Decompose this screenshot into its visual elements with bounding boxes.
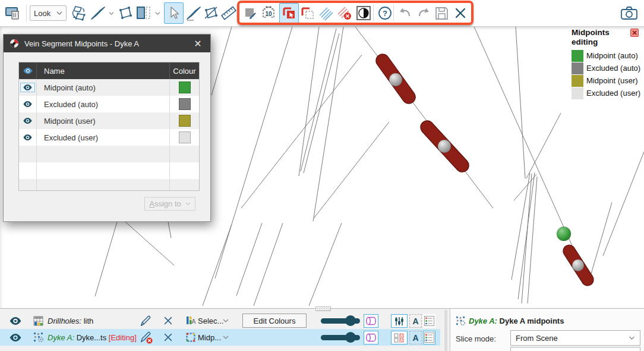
opacity-slider-knob[interactable] <box>345 315 356 326</box>
row-name: Midpoint (auto) <box>37 79 169 96</box>
remove-similar-button[interactable] <box>336 4 353 22</box>
drillhole-trace-line <box>211 27 232 95</box>
visibility-eye-button[interactable] <box>8 312 23 329</box>
ruler-icon <box>220 5 237 21</box>
visibility-toggle[interactable] <box>23 117 33 124</box>
chevron-down-icon <box>109 11 114 15</box>
midpoint-sphere[interactable] <box>557 227 571 241</box>
row-name: Excluded (auto) <box>37 96 169 112</box>
scene-object-row-drillholes[interactable]: Drillholes: lith A Selec... Edit Colours <box>0 312 440 329</box>
legend-swatch <box>572 50 583 62</box>
shape-dropdown-chevron[interactable] <box>223 312 229 329</box>
help-icon: ? <box>377 5 393 21</box>
contrast-view-button[interactable] <box>355 4 372 22</box>
table-row[interactable]: Excluded (auto) <box>19 96 199 112</box>
visibility-toggle[interactable] <box>23 101 33 108</box>
drillhole-trace-line <box>314 122 389 218</box>
clear-scene-button[interactable] <box>4 4 21 22</box>
table-row[interactable]: Midpoint (user) <box>19 112 199 129</box>
table-row[interactable]: Excluded (user) <box>19 129 199 146</box>
midpoints-legend: ✕ Midpoints editing Midpoint (auto) Excl… <box>568 28 644 99</box>
draw-selection-icon <box>243 5 259 21</box>
slice-mode-dropdown[interactable]: From Scene <box>510 330 640 346</box>
select-similar-button[interactable] <box>317 4 335 22</box>
close-editor-button[interactable] <box>452 4 469 22</box>
screenshot-button[interactable] <box>620 4 638 22</box>
draw-blade-tool-button[interactable] <box>185 4 203 22</box>
box-clip-tool-button[interactable] <box>134 4 152 22</box>
editing-status-badge: [Editing] <box>109 333 137 342</box>
excluded-sphere[interactable] <box>438 140 451 153</box>
look-dropdown-label: Look <box>34 9 50 18</box>
select-tool-button-active[interactable] <box>164 2 184 24</box>
box-clip-chevron[interactable] <box>153 9 162 17</box>
row-name: Excluded (user) <box>37 129 169 146</box>
drillhole-trace-line <box>512 173 530 280</box>
edit-polyline-tool-button[interactable] <box>202 4 220 22</box>
panel-splitter[interactable] <box>444 310 447 351</box>
shape-dropdown-label[interactable]: Selec... <box>198 312 223 329</box>
clipping-toggle[interactable] <box>364 331 378 344</box>
chevron-down-icon <box>223 318 229 323</box>
drillhole-table-icon <box>33 312 43 329</box>
ruler-tool-button[interactable] <box>220 4 238 22</box>
edit-object-button-active[interactable] <box>139 329 153 346</box>
remove-object-button[interactable] <box>163 312 173 329</box>
dialog-title-bar[interactable]: Vein Segment Midpoints - Dyke A ✕ <box>4 35 210 52</box>
legend-close-button[interactable]: ✕ <box>630 29 639 37</box>
opacity-slider-knob[interactable] <box>345 332 356 343</box>
x-icon <box>163 332 173 343</box>
edit-colours-button[interactable]: Edit Colours <box>242 314 307 328</box>
deselect-points-button[interactable] <box>299 4 317 22</box>
polyline-tool-button[interactable] <box>116 4 134 22</box>
select-display-button[interactable] <box>391 331 408 344</box>
colour-swatch[interactable] <box>179 115 191 127</box>
text-format-button[interactable]: A <box>409 331 422 344</box>
save-button[interactable] <box>433 4 450 22</box>
filter-values-button[interactable] <box>391 314 408 328</box>
object-label: Drillholes: lith <box>48 312 93 329</box>
shape-dropdown-chevron[interactable] <box>223 329 229 346</box>
object-type-prefix: Dyke A: <box>48 333 74 342</box>
dialog-close-button[interactable]: ✕ <box>191 38 204 49</box>
chevron-down-icon <box>155 11 160 15</box>
vein-segment-midpoints-dialog: Vein Segment Midpoints - Dyke A ✕ Name C… <box>3 34 211 222</box>
show-legend-button[interactable] <box>423 314 435 328</box>
remove-object-button[interactable] <box>163 329 173 346</box>
draw-slicer-tool-button[interactable] <box>89 4 107 22</box>
next-dropdown-partial[interactable] <box>510 347 640 351</box>
help-button[interactable]: ? <box>376 4 394 22</box>
colour-swatch[interactable] <box>179 131 191 143</box>
eye-icon <box>23 101 33 108</box>
box-clip-icon <box>135 5 151 21</box>
polyline-edit-icon <box>203 5 219 21</box>
excluded-sphere[interactable] <box>572 259 584 271</box>
colour-swatch[interactable] <box>179 82 191 93</box>
look-dropdown[interactable]: Look <box>30 5 67 21</box>
redo-button[interactable] <box>415 4 433 22</box>
undo-button[interactable] <box>396 4 414 22</box>
row-name: Midpoint (user) <box>37 112 169 129</box>
panel-resize-grip[interactable] <box>315 306 331 311</box>
rotate-plane-tool-button[interactable] <box>70 4 88 22</box>
show-legend-button-active[interactable] <box>423 331 435 344</box>
assign-to-button[interactable]: Assign to <box>144 197 195 211</box>
excluded-sphere[interactable] <box>389 73 402 86</box>
text-format-button[interactable]: A <box>409 314 422 328</box>
slicer-tool-chevron[interactable] <box>107 9 115 17</box>
scene-object-row-dyke-a[interactable]: Dyke A: Dyke...ts [Editing] Midp.. <box>0 329 440 346</box>
shape-dropdown-label[interactable]: Midp... <box>198 329 221 346</box>
edit-object-button[interactable] <box>139 312 152 329</box>
clipping-toggle[interactable] <box>364 314 378 328</box>
colour-swatch[interactable] <box>179 98 191 110</box>
visibility-toggle[interactable] <box>20 83 35 92</box>
selection-tolerance-button[interactable]: 10 <box>260 4 277 22</box>
table-row[interactable]: Midpoint (auto) <box>19 79 199 96</box>
select-points-button-active[interactable] <box>279 3 299 23</box>
camera-icon <box>620 5 638 21</box>
object-label: Dyke A: Dyke...ts [Editing] <box>48 329 137 346</box>
draw-selection-tool-button[interactable] <box>242 4 260 22</box>
legend-label: Excluded (auto) <box>586 64 640 73</box>
visibility-toggle[interactable] <box>23 134 33 141</box>
visibility-eye-button[interactable] <box>8 329 23 346</box>
